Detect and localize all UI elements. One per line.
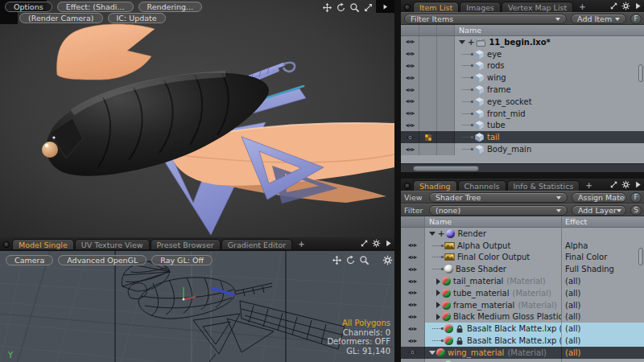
scrollbar-thumb[interactable] xyxy=(413,166,479,171)
shading-tab-shading[interactable]: Shading xyxy=(413,180,457,191)
visibility-eye-icon[interactable] xyxy=(401,335,425,347)
item-row-11-begin-lxo[interactable]: +11_begin.lxo* xyxy=(401,36,644,48)
model-ray-gl-off-button[interactable]: Ray GL: Off xyxy=(151,255,213,265)
gear-icon[interactable] xyxy=(621,2,630,10)
render-ic-update-button[interactable]: IC: Update xyxy=(108,13,166,23)
shader-row-next-layer[interactable] xyxy=(401,359,644,362)
shader-row-final-color-output[interactable]: Final Color OutputFinal Color xyxy=(401,252,644,264)
shader-row-render[interactable]: +Render xyxy=(401,228,644,240)
panel-collapse-corner[interactable] xyxy=(376,0,394,13)
visibility-column-header[interactable] xyxy=(401,25,419,35)
render-toggle-cell[interactable] xyxy=(419,108,437,120)
render-toggle-cell[interactable] xyxy=(419,60,437,72)
visibility-eye-icon[interactable] xyxy=(401,108,419,120)
item-list-tab-images[interactable]: Images xyxy=(460,2,501,12)
item-row-eye-socket[interactable]: eye_socket xyxy=(401,96,644,108)
gear-icon[interactable] xyxy=(372,239,381,248)
visibility-eye-icon[interactable] xyxy=(401,228,425,240)
visibility-eye-icon[interactable] xyxy=(401,275,425,287)
render-options-button[interactable]: Options xyxy=(5,2,52,12)
item-row-eye[interactable]: eye xyxy=(401,48,644,60)
visibility-eye-icon[interactable] xyxy=(401,311,425,323)
render-toggle-cell[interactable] xyxy=(419,72,437,84)
shader-row-tube-material[interactable]: tube_material(Material)(all) xyxy=(401,287,644,299)
item-row-frame[interactable]: frame xyxy=(401,84,644,96)
model-viewport-tab-preset-browser[interactable]: Preset Browser xyxy=(151,239,221,249)
render-toggle-cell[interactable] xyxy=(419,96,437,108)
shader-tree-scrollbar-thumb[interactable] xyxy=(638,248,643,265)
shader-row-basalt-black-matte-lxp-2[interactable]: Basalt Black Matte.lxp (2)(all) xyxy=(401,335,644,347)
add-item-dropdown[interactable]: Add Item xyxy=(571,14,626,24)
axis-column-header[interactable] xyxy=(437,25,455,35)
model-viewport-canvas[interactable]: CameraAdvanced OpenGLRay GL: Off All Pol… xyxy=(0,251,394,362)
rotate-icon[interactable] xyxy=(345,255,356,265)
model-viewport-tab-model-single[interactable]: Model Single xyxy=(12,239,74,249)
shader-row-wing-material[interactable]: wing_material(Material)(all) xyxy=(401,347,644,359)
visibility-eye-icon[interactable] xyxy=(401,36,419,48)
assign-material-button[interactable]: Assign Material xyxy=(572,192,626,203)
visibility-eye-icon[interactable] xyxy=(401,120,419,132)
visibility-eye-icon[interactable] xyxy=(401,323,425,335)
visibility-eye-icon[interactable] xyxy=(401,48,419,60)
shader-row-basalt-black-matte-lxp-4[interactable]: Basalt Black Matte.lxp (4)(all) xyxy=(401,323,644,335)
model-viewport-tab-gradient-editor[interactable]: Gradient Editor xyxy=(221,239,292,249)
item-row-rods[interactable]: rods xyxy=(401,60,644,72)
maximize-icon[interactable] xyxy=(360,239,369,248)
arrow-right-icon[interactable] xyxy=(634,2,642,10)
model-camera-button[interactable]: Camera xyxy=(6,255,53,265)
name-column-header[interactable]: Name xyxy=(455,26,644,35)
collapsed-arrow-icon[interactable] xyxy=(436,302,440,308)
add-layer-dropdown[interactable]: Add Layer xyxy=(572,205,626,216)
item-list-tab-item-list[interactable]: Item List xyxy=(413,2,459,12)
visibility-eye-icon[interactable] xyxy=(401,359,425,362)
render-effect-shadi-button[interactable]: Effect: (Shadi... xyxy=(57,2,134,12)
collapsed-arrow-icon[interactable] xyxy=(436,278,440,285)
move-icon[interactable] xyxy=(332,255,342,265)
visibility-eye-icon[interactable] xyxy=(401,72,419,84)
visibility-eye-icon[interactable] xyxy=(401,96,419,108)
shading-tab-channels[interactable]: Channels xyxy=(458,180,506,191)
shading-s-button[interactable]: S xyxy=(630,205,642,216)
shading-tab-blank[interactable]: + xyxy=(582,180,595,191)
visibility-eye-icon[interactable] xyxy=(401,287,425,299)
render-rendering-button[interactable]: Rendering... xyxy=(138,2,203,12)
search-icon[interactable] xyxy=(349,2,360,13)
render-toggle-cell[interactable] xyxy=(419,120,437,132)
visibility-eye-icon[interactable] xyxy=(401,252,425,264)
item-list-tab-blank[interactable]: + xyxy=(576,2,588,12)
shading-f-button[interactable]: F xyxy=(630,192,642,203)
expand-arrow-icon[interactable] xyxy=(429,351,436,355)
shader-row-base-shader[interactable]: Base ShaderFull Shading xyxy=(401,263,644,275)
render-render-camera-button[interactable]: (Render Camera) xyxy=(19,13,103,23)
item-row-wing[interactable]: wing xyxy=(401,72,644,84)
shader-row-frame-material[interactable]: frame_material(Material)(all) xyxy=(401,299,644,311)
item-list-tab-vertex-map-list[interactable]: Vertex Map List xyxy=(502,2,573,12)
arrow-right-icon[interactable] xyxy=(382,3,389,10)
render-viewport-canvas[interactable]: OptionsEffect: (Shadi...Rendering... (Re… xyxy=(0,0,394,237)
gear-icon[interactable] xyxy=(621,180,630,189)
panel-divider[interactable] xyxy=(394,0,401,362)
visibility-eye-icon[interactable] xyxy=(401,263,425,275)
collapsed-arrow-icon[interactable] xyxy=(436,314,440,320)
collapsed-arrow-icon[interactable] xyxy=(436,290,440,296)
visibility-eye-icon[interactable] xyxy=(401,60,419,72)
render-toggle-cell[interactable] xyxy=(419,36,437,48)
visibility-eye-icon[interactable] xyxy=(401,240,425,252)
filter-items-dropdown[interactable]: Filter Items xyxy=(404,14,567,24)
render-toggle-cell[interactable] xyxy=(419,84,437,96)
render-toggle-cell[interactable] xyxy=(419,143,437,155)
shading-filter-dropdown[interactable]: (none) xyxy=(429,205,568,216)
item-row-tail[interactable]: tail xyxy=(401,131,644,143)
maximize-icon[interactable] xyxy=(363,2,374,13)
visibility-eye-icon[interactable] xyxy=(401,131,419,143)
panel-menu-dot-icon[interactable] xyxy=(404,183,411,189)
visibility-eye-icon[interactable] xyxy=(401,143,419,155)
shader-row-alpha-output[interactable]: Alpha OutputAlpha xyxy=(401,240,644,252)
shading-tab-info-statistics[interactable]: Info & Statistics xyxy=(507,180,580,191)
expand-plus-icon[interactable]: + xyxy=(438,229,444,238)
item-list-scrollbar-thumb[interactable] xyxy=(638,64,643,82)
item-row-body-main[interactable]: Body_main xyxy=(401,143,644,155)
item-row-front-mid[interactable]: front_mid xyxy=(401,108,644,120)
shader-row-black-medium-gloss-plastic-lxp[interactable]: Black Medium Gloss Plastic.lxp(all) xyxy=(401,311,644,323)
panel-menu-dot-icon[interactable] xyxy=(3,241,10,248)
